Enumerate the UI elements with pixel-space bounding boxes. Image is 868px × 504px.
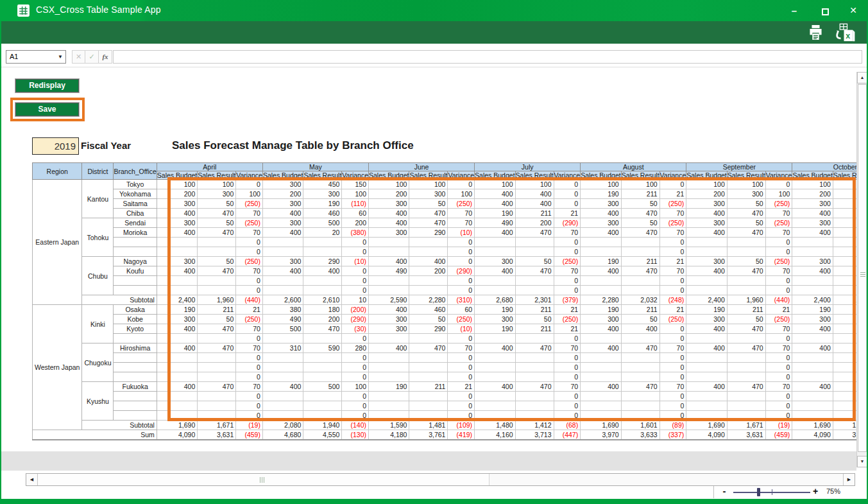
value-cell[interactable]: 190 [475,324,515,334]
value-cell[interactable] [475,238,515,247]
value-cell[interactable]: 21 [236,305,263,315]
value-cell[interactable]: 0 [765,180,792,189]
value-cell[interactable]: 400 [621,324,660,334]
value-cell[interactable]: 2,280 [409,295,448,305]
value-cell[interactable]: 400 [515,189,554,199]
branch-cell[interactable]: Hiroshima [114,343,157,353]
value-cell[interactable] [369,247,409,257]
value-cell[interactable] [515,392,554,401]
value-cell[interactable] [833,363,856,372]
value-cell[interactable]: 400 [792,343,833,353]
value-cell[interactable] [262,247,303,257]
district-cell[interactable]: Chubu [82,257,114,295]
branch-cell[interactable] [114,411,157,421]
value-cell[interactable]: 400 [369,257,409,266]
value-cell[interactable]: 100 [581,180,621,189]
value-cell[interactable]: 211 [727,305,765,315]
value-cell[interactable]: 100 [342,189,369,199]
value-cell[interactable] [686,238,727,247]
sub-header[interactable]: Sales Result [621,171,660,180]
value-cell[interactable] [515,276,554,286]
sub-header[interactable]: Sales Result [409,171,448,180]
value-cell[interactable] [262,353,303,363]
value-cell[interactable] [727,247,765,257]
branch-cell[interactable] [114,392,157,401]
value-cell[interactable]: 300 [157,315,197,324]
value-cell[interactable]: (250) [236,199,263,209]
value-cell[interactable]: 0 [448,286,475,295]
value-cell[interactable] [515,238,554,247]
value-cell[interactable]: 190 [792,305,833,315]
value-cell[interactable]: (109) [448,421,475,430]
zoom-slider-thumb[interactable] [757,488,760,496]
value-cell[interactable] [792,334,833,343]
value-cell[interactable]: 400 [475,343,515,353]
value-cell[interactable] [621,276,660,286]
value-cell[interactable]: 211 [833,305,856,315]
value-cell[interactable]: 50 [833,218,856,228]
minimize-button[interactable]: – [781,0,807,21]
value-cell[interactable]: 50 [409,315,448,324]
corner-header[interactable]: District [82,163,114,180]
value-cell[interactable]: 0 [236,372,263,382]
value-cell[interactable]: 50 [621,315,660,324]
value-cell[interactable]: 100 [409,180,448,189]
value-cell[interactable]: 400 [581,324,621,334]
value-cell[interactable]: 0 [765,334,792,343]
value-cell[interactable]: 50 [833,257,856,266]
value-cell[interactable] [475,247,515,257]
value-cell[interactable] [409,334,448,343]
value-cell[interactable]: 200 [792,189,833,199]
value-cell[interactable] [475,392,515,401]
value-cell[interactable]: 300 [686,218,727,228]
value-cell[interactable]: 1,690 [686,421,727,430]
subtotal-label[interactable]: Subtotal [82,421,157,430]
value-cell[interactable]: 211 [515,305,554,315]
sub-header[interactable]: Variance [342,171,369,180]
value-cell[interactable]: 0 [765,392,792,401]
value-cell[interactable]: (140) [342,421,369,430]
value-cell[interactable]: 2,080 [262,421,303,430]
value-cell[interactable]: 400 [475,266,515,276]
value-cell[interactable]: 200 [262,189,303,199]
value-cell[interactable] [475,276,515,286]
chevron-down-icon[interactable]: ▼ [58,51,63,63]
value-cell[interactable]: 0 [448,247,475,257]
value-cell[interactable]: 400 [686,209,727,218]
value-cell[interactable]: 470 [515,228,554,238]
value-cell[interactable] [157,411,197,421]
value-cell[interactable] [262,286,303,295]
value-cell[interactable]: 10 [342,295,369,305]
value-cell[interactable]: 70 [660,209,686,218]
value-cell[interactable]: 1,940 [303,421,342,430]
value-cell[interactable]: 400 [515,199,554,209]
value-cell[interactable]: 150 [342,180,369,189]
value-cell[interactable]: 400 [581,209,621,218]
value-cell[interactable]: 300 [792,218,833,228]
value-cell[interactable] [686,247,727,257]
value-cell[interactable]: (110) [342,199,369,209]
value-cell[interactable]: 400 [303,266,342,276]
value-cell[interactable] [792,363,833,372]
value-cell[interactable]: 470 [833,343,856,353]
vertical-scrollbar[interactable]: ▲ ▼ [856,72,867,467]
value-cell[interactable]: 0 [448,353,475,363]
value-cell[interactable]: 460 [303,209,342,218]
value-cell[interactable]: 500 [303,382,342,392]
value-cell[interactable]: 211 [515,324,554,334]
value-cell[interactable]: 470 [409,218,448,228]
value-cell[interactable]: 0 [765,276,792,286]
value-cell[interactable]: 0 [765,372,792,382]
value-cell[interactable]: 400 [686,324,727,334]
value-cell[interactable]: 300 [792,257,833,266]
zoom-level[interactable]: 75% [826,487,840,495]
value-cell[interactable]: 400 [475,199,515,209]
value-cell[interactable] [303,276,342,286]
value-cell[interactable]: (250) [765,315,792,324]
value-cell[interactable]: 300 [727,189,765,199]
value-cell[interactable]: 300 [262,257,303,266]
value-cell[interactable] [515,401,554,411]
value-cell[interactable] [833,247,856,257]
value-cell[interactable]: (130) [342,430,369,440]
value-cell[interactable]: 0 [660,247,686,257]
